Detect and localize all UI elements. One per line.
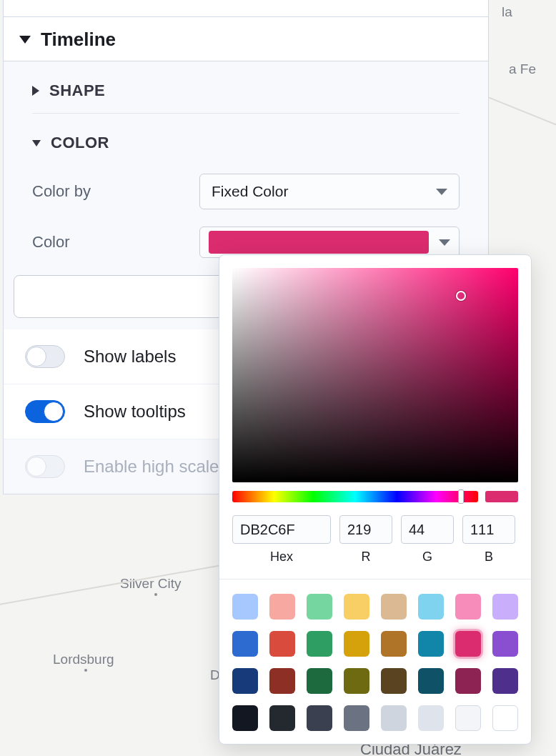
r-input[interactable]: [339, 515, 392, 544]
color-inputs: Hex R G B: [232, 515, 518, 564]
chevron-down-icon: [19, 36, 31, 44]
current-color-swatch: [209, 231, 429, 254]
palette-swatch[interactable]: [307, 594, 332, 620]
color-by-value: Fixed Color: [212, 183, 288, 200]
subsection-shape-label: SHAPE: [49, 81, 105, 100]
palette-swatch[interactable]: [418, 594, 444, 620]
saturation-value-area[interactable]: [232, 268, 518, 482]
palette-swatch[interactable]: [232, 705, 258, 731]
palette-swatch[interactable]: [232, 594, 258, 620]
palette-swatch[interactable]: [269, 594, 295, 620]
show-tooltips-label: Show tooltips: [84, 402, 186, 422]
palette-swatch[interactable]: [307, 631, 332, 657]
palette-swatch[interactable]: [492, 631, 518, 657]
panel-top-strip: [4, 0, 488, 17]
palette-swatch[interactable]: [307, 705, 332, 731]
hue-slider[interactable]: [232, 491, 478, 502]
color-label: Color: [32, 233, 199, 252]
palette-swatch[interactable]: [381, 631, 407, 657]
g-label: G: [422, 549, 432, 564]
high-scale-label: Enable high scale: [84, 457, 219, 477]
palette-swatch[interactable]: [344, 594, 369, 620]
current-color-chip: [485, 491, 518, 502]
chevron-right-icon: [32, 86, 39, 96]
color-palette: [232, 580, 518, 731]
map-label: la: [502, 4, 512, 20]
palette-swatch[interactable]: [269, 705, 295, 731]
palette-swatch[interactable]: [381, 668, 407, 694]
palette-swatch[interactable]: [492, 594, 518, 620]
palette-swatch[interactable]: [381, 705, 407, 731]
color-by-label: Color by: [32, 182, 199, 201]
chevron-down-icon: [32, 140, 41, 146]
hex-input[interactable]: [232, 515, 331, 544]
palette-swatch[interactable]: [344, 668, 369, 694]
map-label: Lordsburg: [53, 652, 114, 667]
hue-row: [232, 491, 518, 502]
subsection-shape[interactable]: SHAPE: [32, 61, 460, 114]
palette-swatch[interactable]: [307, 668, 332, 694]
b-label: B: [485, 549, 493, 564]
toggle-high-scale: [25, 455, 65, 478]
palette-swatch[interactable]: [418, 705, 444, 731]
palette-swatch[interactable]: [418, 668, 444, 694]
map-dot: [84, 669, 87, 672]
section-title: Timeline: [41, 29, 116, 51]
palette-swatch[interactable]: [381, 594, 407, 620]
palette-swatch[interactable]: [232, 668, 258, 694]
r-label: R: [362, 549, 371, 564]
subsection-color-label: COLOR: [51, 134, 109, 152]
color-by-select[interactable]: Fixed Color: [199, 174, 460, 209]
show-labels-label: Show labels: [84, 347, 176, 367]
palette-swatch[interactable]: [455, 668, 481, 694]
toggle-show-labels[interactable]: [25, 345, 65, 368]
palette-swatch[interactable]: [455, 631, 481, 657]
section-timeline-header[interactable]: Timeline: [4, 17, 488, 61]
map-label: a Fe: [509, 61, 536, 77]
row-color-by: Color by Fixed Color: [32, 174, 460, 209]
map-dot: [154, 593, 157, 596]
color-swatch-select[interactable]: [199, 227, 460, 258]
hex-label: Hex: [270, 549, 293, 564]
palette-swatch[interactable]: [455, 594, 481, 620]
sv-handle[interactable]: [456, 291, 466, 301]
palette-swatch[interactable]: [492, 668, 518, 694]
palette-swatch[interactable]: [344, 705, 369, 731]
palette-swatch[interactable]: [269, 668, 295, 694]
palette-swatch[interactable]: [232, 631, 258, 657]
chevron-down-icon: [436, 189, 447, 195]
toggle-show-tooltips[interactable]: [25, 400, 65, 423]
color-picker-popover: Hex R G B: [219, 254, 532, 745]
row-color: Color: [32, 227, 460, 258]
palette-swatch[interactable]: [418, 631, 444, 657]
b-input[interactable]: [462, 515, 515, 544]
palette-swatch[interactable]: [492, 705, 518, 731]
chevron-down-icon: [439, 239, 450, 246]
hue-handle[interactable]: [458, 489, 464, 504]
subsection-color[interactable]: COLOR: [32, 114, 460, 156]
palette-swatch[interactable]: [344, 631, 369, 657]
g-input[interactable]: [401, 515, 454, 544]
palette-swatch[interactable]: [455, 705, 481, 731]
palette-swatch[interactable]: [269, 631, 295, 657]
